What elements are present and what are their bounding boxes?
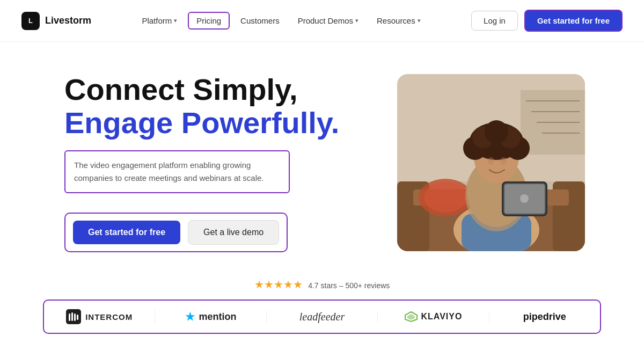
nav-pricing[interactable]: Pricing xyxy=(188,12,230,30)
chevron-down-icon: ▾ xyxy=(355,17,358,24)
customer-logos: INTERCOM ★ mention leadfeeder KLAVIYO pi… xyxy=(43,299,601,334)
hero-cta-primary[interactable]: Get started for free xyxy=(73,221,180,244)
svg-point-23 xyxy=(485,120,508,144)
social-proof: ★★★★★ 4.7 stars – 500+ reviews xyxy=(0,273,644,299)
chevron-down-icon: ▾ xyxy=(418,17,421,24)
klaviyo-icon xyxy=(404,311,418,323)
logo-pipedrive: pipedrive xyxy=(489,311,600,323)
svg-point-25 xyxy=(500,157,507,165)
mention-label: mention xyxy=(199,311,237,323)
klaviyo-label: KLAVIYO xyxy=(421,312,462,322)
svg-rect-34 xyxy=(77,315,78,320)
intercom-icon xyxy=(66,309,81,324)
hero-desc-wrapper: The video engagement platform enabling g… xyxy=(64,150,290,193)
hero-title-line2: Engage Powerfully. xyxy=(64,106,354,140)
hero-right xyxy=(397,74,590,251)
logo-intercom: INTERCOM xyxy=(44,309,155,324)
login-button[interactable]: Log in xyxy=(471,11,518,31)
logo[interactable]: L Livestorm xyxy=(21,12,91,30)
svg-rect-33 xyxy=(74,313,76,321)
svg-marker-36 xyxy=(407,314,415,320)
pipedrive-label: pipedrive xyxy=(523,311,566,323)
logo-mention: ★ mention xyxy=(155,310,266,323)
nav-customers[interactable]: Customers xyxy=(233,13,287,28)
stars: ★★★★★ xyxy=(254,278,303,291)
svg-point-24 xyxy=(488,157,494,165)
nav-resources[interactable]: Resources ▾ xyxy=(369,13,428,28)
nav-product-demos[interactable]: Product Demos ▾ xyxy=(290,13,366,28)
hero-section: Connect Simply, Engage Powerfully. The v… xyxy=(0,42,644,273)
logo-text: Livestorm xyxy=(45,15,91,26)
logo-icon: L xyxy=(21,12,40,30)
nav-links: Platform ▾ Pricing Customers Product Dem… xyxy=(134,12,428,30)
nav-platform[interactable]: Platform ▾ xyxy=(134,13,185,28)
hero-illustration xyxy=(397,74,585,251)
chevron-down-icon: ▾ xyxy=(174,17,177,24)
svg-point-29 xyxy=(520,194,529,203)
star-rating: ★★★★★ 4.7 stars – 500+ reviews xyxy=(0,278,644,291)
logo-leadfeeder: leadfeeder xyxy=(267,311,378,323)
svg-rect-32 xyxy=(71,312,73,321)
rating-text: 4.7 stars – 500+ reviews xyxy=(308,281,390,290)
nav-actions: Log in Get started for free xyxy=(471,10,623,32)
svg-rect-31 xyxy=(69,313,70,321)
hero-description: The video engagement platform enabling g… xyxy=(74,159,280,185)
svg-point-12 xyxy=(424,182,467,213)
svg-rect-30 xyxy=(66,309,81,324)
hero-cta-secondary[interactable]: Get a live demo xyxy=(188,220,279,245)
logo-klaviyo: KLAVIYO xyxy=(378,311,489,323)
hero-image xyxy=(397,74,585,251)
hero-title-line1: Connect Simply, xyxy=(64,73,354,106)
hero-buttons: Get started for free Get a live demo xyxy=(64,213,288,252)
navbar: L Livestorm Platform ▾ Pricing Customers… xyxy=(0,0,644,42)
hero-left: Connect Simply, Engage Powerfully. The v… xyxy=(64,73,354,252)
intercom-label: INTERCOM xyxy=(85,312,133,322)
leadfeeder-label: leadfeeder xyxy=(299,311,345,323)
get-started-nav-button[interactable]: Get started for free xyxy=(524,10,623,32)
mention-star-icon: ★ xyxy=(185,310,195,323)
